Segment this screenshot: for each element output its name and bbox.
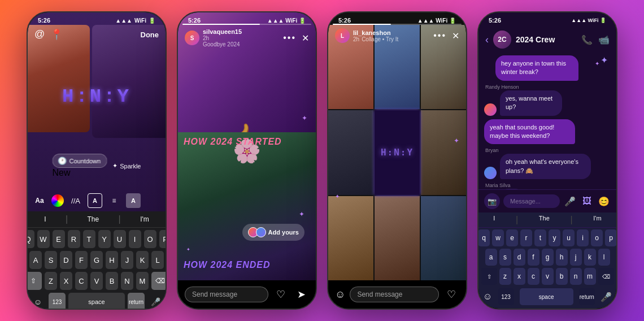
phone4-space-key[interactable]: space [520,288,573,305]
phone4-key-f[interactable]: f [528,249,539,266]
key-q[interactable]: Q [28,230,34,248]
close-story-button-3[interactable]: ✕ [452,31,459,41]
phone4-key-c[interactable]: c [528,268,539,285]
phone4-return-key[interactable]: return [579,288,595,305]
phone4-key-z[interactable]: z [499,268,511,285]
phone4-key-e[interactable]: e [506,229,518,246]
phone4-key-k[interactable]: k [584,249,596,266]
key-123[interactable]: 123 [49,293,66,309]
autocomplete-the[interactable]: The [83,214,104,224]
more-options-icon-3[interactable]: ••• [433,31,446,41]
image-button[interactable]: 🖼 [580,194,594,208]
sticker-button[interactable]: 😊 [597,194,611,208]
key-z[interactable]: Z [45,272,57,290]
font-button[interactable]: //A [68,193,83,208]
key-p[interactable]: P [159,230,166,248]
return-key[interactable]: return [128,293,145,309]
key-k[interactable]: K [136,251,149,269]
heart-button-2[interactable]: ♡ [273,287,289,302]
key-l[interactable]: L [151,251,164,269]
phone4-delete-key[interactable]: ⌫ [598,268,614,285]
phone4-key-y[interactable]: y [549,229,560,246]
heart-button-3[interactable]: ♡ [443,287,459,302]
phone4-key-n[interactable]: n [570,268,582,285]
send-message-input-3[interactable]: Send message [350,287,439,302]
autocomplete-4-im[interactable]: I'm [593,215,601,225]
phone4-key-v[interactable]: v [542,268,554,285]
space-key[interactable]: space [68,293,125,309]
key-t[interactable]: T [83,230,95,248]
phone4-key-q[interactable]: q [478,229,490,246]
key-x[interactable]: X [60,272,72,290]
key-b[interactable]: B [106,272,118,290]
phone4-key-o[interactable]: o [591,229,603,246]
phone4-shift-key[interactable]: ⇧ [481,268,497,285]
key-a[interactable]: A [29,251,42,269]
key-m[interactable]: M [136,272,149,290]
phone4-key-j[interactable]: j [570,249,582,266]
back-button[interactable]: ‹ [485,34,489,46]
phone4-key-t[interactable]: t [534,229,546,246]
autocomplete-i[interactable]: I [40,214,50,224]
phone4-123-key[interactable]: 123 [498,288,514,305]
key-h[interactable]: H [106,251,118,269]
phone4-key-h[interactable]: h [556,249,568,266]
key-g[interactable]: G [90,251,103,269]
message-input-field[interactable]: Message... [503,194,560,208]
key-n[interactable]: N [121,272,133,290]
phone-call-icon[interactable]: 📞 [581,34,593,45]
autocomplete-4-the[interactable]: The [539,215,550,225]
autocomplete-4-i[interactable]: I [493,215,495,225]
emoji-button-3[interactable]: ☺ [335,289,345,301]
phone4-key-i[interactable]: i [577,229,589,246]
done-button[interactable]: Done [141,31,159,39]
delete-key[interactable]: ⌫ [151,272,166,290]
phone4-key-x[interactable]: x [514,268,525,285]
mic-key[interactable]: 🎤 [147,293,163,309]
phone4-key-a[interactable]: a [485,249,497,266]
phone4-key-r[interactable]: r [520,229,532,246]
phone4-key-g[interactable]: g [542,249,554,266]
align-button[interactable]: ≡ [107,193,121,208]
phone4-key-s[interactable]: s [499,249,511,266]
send-button-2[interactable]: ➤ [293,287,309,302]
text-size-button[interactable]: Aa [32,193,47,208]
phone4-key-u[interactable]: u [563,229,575,246]
send-message-input-2[interactable]: Send message [185,287,268,302]
phone4-key-b[interactable]: b [556,268,568,285]
key-w[interactable]: W [37,230,50,248]
phone4-key-d[interactable]: d [514,249,525,266]
countdown-sticker[interactable]: 🕐 Countdown New [53,154,107,178]
phone4-key-p[interactable]: p [605,229,616,246]
phone4-mic-key[interactable]: 🎤 [601,292,612,302]
autocomplete-im[interactable]: I'm [136,214,154,224]
camera-button[interactable]: 📷 [484,193,500,209]
key-y[interactable]: Y [98,230,111,248]
add-yours-button[interactable]: Add yours [242,224,304,241]
location-icon[interactable]: 📍 [50,28,63,41]
key-o[interactable]: O [144,230,156,248]
video-call-icon[interactable]: 📹 [598,34,610,45]
key-r[interactable]: R [68,230,80,248]
key-j[interactable]: J [121,251,133,269]
phone4-key-l[interactable]: l [598,249,610,266]
shift-key[interactable]: ⇧ [28,272,42,290]
key-i[interactable]: I [129,230,141,248]
key-s[interactable]: S [45,251,57,269]
color-picker-button[interactable] [51,194,64,207]
key-v[interactable]: V [90,272,103,290]
more-options-icon-2[interactable]: ••• [283,33,296,43]
phone4-key-m[interactable]: m [584,268,596,285]
key-f[interactable]: F [75,251,88,269]
phone4-emoji-key[interactable]: ☺ [483,292,492,302]
text-bg-button[interactable]: A [126,193,141,208]
phone4-key-w[interactable]: w [492,229,504,246]
key-u[interactable]: U [114,230,126,248]
emoji-key[interactable]: ☺ [30,293,46,309]
key-d[interactable]: D [60,251,72,269]
sparkle-sticker[interactable]: ✦ Sparkle [112,162,141,170]
text-style-button[interactable]: A [88,193,102,208]
close-story-button-2[interactable]: ✕ [302,33,309,44]
mic-button[interactable]: 🎤 [563,194,577,208]
key-e[interactable]: E [53,230,65,248]
